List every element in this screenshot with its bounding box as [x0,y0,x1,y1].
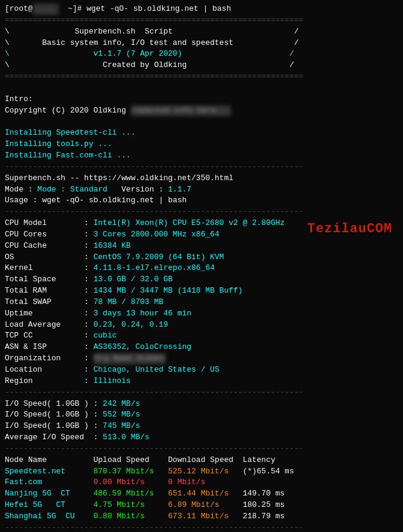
sep2: ========================================… [5,71,398,83]
blank2 [5,116,398,127]
total-ram: Total RAM : 1434 MB / 3447 MB (1418 MB B… [5,285,398,297]
speedtest-row-3: Nanjing 5G CT 486.59 Mbit/s 651.44 Mbit/… [5,488,398,500]
io2: I/O Speed( 1.0GB ) : 552 MB/s [5,409,398,421]
sb-url: Superbench.sh -- https://www.oldking.net… [5,173,398,184]
mode-line: Mode : Mode : Standard Version : 1.1.7 [5,184,398,196]
install3: Installing Fast.com-cli ... [5,150,398,162]
load-avg: Load Average : 0.23, 0.24, 0.19 [5,320,398,331]
asn-isp: ASN & ISP : AS36352, ColoCrossing [5,342,398,353]
kernel-line: Kernel : 4.11.8-1.el7.elrepo.x86_64 [5,263,398,274]
speedtest-header: Node Name Upload Speed Download Speed La… [5,455,398,466]
location-line: Location : Chicago, United States / US [5,364,398,376]
intro-line: Intro: [5,94,398,105]
sep7: ----------------------------------------… [5,522,398,532]
sep3: ----------------------------------------… [5,162,398,173]
speedtest-row-4: Hefei 5G CT 4.75 Mbit/s 6.89 Mbit/s 180.… [5,500,398,511]
install1: Installing Speedtest-cli ... [5,127,398,139]
org-blur: Org Name Hidden [93,353,166,364]
os-line: OS : CentOS 7.9.2009 (64 Bit) KVM [5,252,398,263]
blank1 [5,83,398,94]
avg-io: Average I/O Speed : 513.0 MB/s [5,432,398,443]
io3: I/O Speed( 1.0GB ) : 745 MB/s [5,421,398,432]
cpu-cache: CPU Cache : 16384 KB [5,241,398,252]
sep1: ========================================… [5,15,398,26]
speedtest-row-1: Speedtest.net 870.37 Mbit/s 525.12 Mbit/… [5,466,398,478]
header-line1: \ Superbench.sh Script / [5,26,398,38]
brand-watermark: TezilauCOM [307,221,392,236]
sep4: ----------------------------------------… [5,206,398,218]
total-space: Total Space : 13.0 GB / 32.0 GB [5,274,398,285]
org-line: Organization : Org Name Hidden [5,353,398,364]
io1: I/O Speed( 1.0GB ) : 242 MB/s [5,399,398,410]
header-line4: \ Created by Oldking / [5,60,398,71]
sep6: ----------------------------------------… [5,443,398,455]
header-line3: \ v1.1.7 (7 Apr 2020) / [5,48,398,60]
header-line2: \ Basic system info, I/O test and speedt… [5,38,398,49]
hostname-blur: ... [33,4,59,15]
top-prompt: [root@ ... ~]# wget -qO- sb.oldking.net … [5,4,398,15]
copyright-line: Copyright (C) 2020 Oldking redacted info… [5,105,398,117]
tcp-cc: TCP CC : cubic [5,330,398,342]
install2: Installing tools.py ... [5,139,398,150]
copyright-blur: redacted info here... [131,105,231,117]
speedtest-row-5: Shanghai 5G CU 0.80 Mbit/s 673.11 Mbit/s… [5,511,398,522]
sep5: ----------------------------------------… [5,387,398,399]
usage-line: Usage : wget -qO- sb.oldking.net | bash [5,195,398,206]
terminal: [root@ ... ~]# wget -qO- sb.oldking.net … [5,4,398,532]
speedtest-row-2: Fast.com 0.00 Mbit/s 0 Mbit/s [5,477,398,488]
total-swap: Total SWAP : 78 MB / 8703 MB [5,297,398,308]
region-line: Region : Illinois [5,376,398,387]
uptime-line: Uptime : 3 days 13 hour 46 min [5,308,398,320]
